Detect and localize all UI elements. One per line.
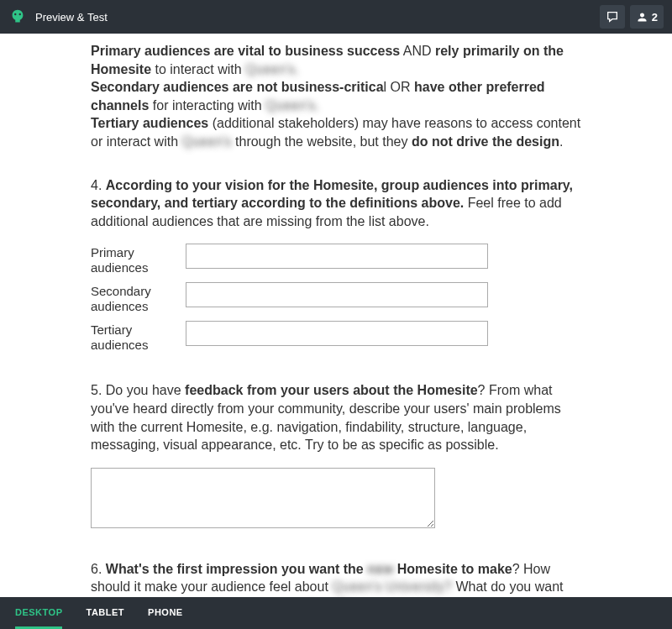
- q4-text: 4. According to your vision for the Home…: [91, 176, 581, 231]
- def-secondary-1: Secondary audiences are not business-cri…: [91, 80, 384, 94]
- top-bar: Preview & Test 2: [0, 0, 672, 34]
- def-primary-and: AND: [400, 44, 435, 58]
- def-primary-3: to interact with: [151, 62, 245, 76]
- input-secondary-audiences[interactable]: [186, 282, 488, 307]
- audience-definitions: Primary audiences are vital to business …: [91, 42, 581, 151]
- q5-text: 5. Do you have feedback from your users …: [91, 381, 581, 453]
- q4-num: 4.: [91, 178, 106, 192]
- def-tertiary-1: Tertiary audiences: [91, 116, 208, 130]
- input-primary-audiences[interactable]: [186, 244, 488, 269]
- question-6: 6. What's the first impression you want …: [91, 560, 581, 597]
- field-secondary-row: Secondary audiences: [91, 282, 581, 314]
- q5-bold: feedback from your users about the Homes…: [185, 383, 478, 397]
- label-tertiary: Tertiary audiences: [91, 321, 171, 353]
- def-tertiary-3: through the website, but they: [235, 134, 412, 149]
- def-secondary-l: l OR: [384, 80, 414, 94]
- q6-num: 6.: [91, 562, 106, 576]
- q6-bold-blur: new: [367, 562, 393, 576]
- q6-text: 6. What's the first impression you want …: [91, 560, 581, 597]
- def-primary-1: Primary audiences are vital to business …: [91, 44, 400, 58]
- label-secondary: Secondary audiences: [91, 282, 171, 314]
- q6-bold3: Homesite to make: [393, 562, 512, 576]
- q5-pre: Do you have: [106, 383, 185, 397]
- tab-desktop[interactable]: DESKTOP: [15, 607, 62, 619]
- def-secondary-3: for interacting with: [149, 98, 265, 113]
- tab-phone[interactable]: PHONE: [148, 607, 183, 619]
- field-tertiary-row: Tertiary audiences: [91, 321, 581, 353]
- q5-num: 5.: [91, 383, 106, 397]
- question-4: 4. According to your vision for the Home…: [91, 176, 581, 354]
- q6-blur1: Queen's University?: [332, 579, 452, 594]
- content-scroll[interactable]: Primary audiences are vital to business …: [0, 34, 672, 597]
- def-tertiary-blur: Queen's: [181, 134, 235, 149]
- def-primary-blur: Queen's.: [245, 62, 299, 76]
- q6-bold1: What's the first impression you want the: [106, 562, 367, 576]
- top-right: 2: [600, 5, 664, 29]
- tab-tablet[interactable]: TABLET: [86, 607, 124, 619]
- logo-icon: [8, 8, 27, 26]
- users-button[interactable]: 2: [630, 5, 664, 29]
- textarea-feedback[interactable]: [91, 468, 435, 528]
- input-tertiary-audiences[interactable]: [186, 321, 488, 346]
- form-inner: Primary audiences are vital to business …: [91, 42, 581, 597]
- def-tertiary-5: .: [559, 134, 563, 149]
- question-5: 5. Do you have feedback from your users …: [91, 381, 581, 531]
- page-title: Preview & Test: [35, 11, 108, 24]
- user-count: 2: [652, 11, 658, 24]
- def-secondary-blur: Queen's.: [265, 98, 319, 113]
- field-primary-row: Primary audiences: [91, 244, 581, 275]
- label-primary: Primary audiences: [91, 244, 171, 275]
- top-left: Preview & Test: [8, 8, 108, 26]
- bottom-bar: DESKTOP TABLET PHONE: [0, 597, 672, 629]
- chat-button[interactable]: [600, 5, 625, 29]
- def-tertiary-4: do not drive the design: [412, 134, 559, 149]
